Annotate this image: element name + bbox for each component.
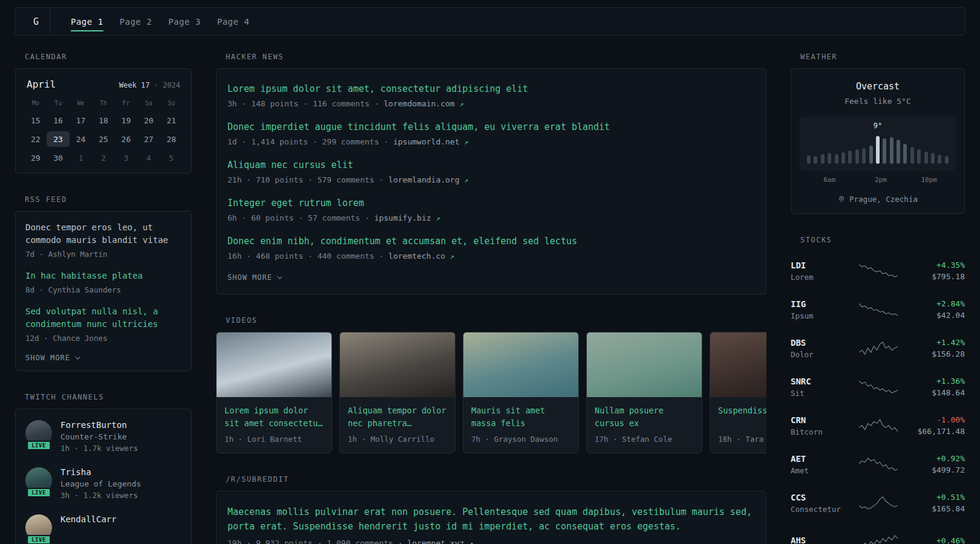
source-domain-link[interactable]: loremnet.xyz (407, 539, 464, 544)
twitch-widget-title: Twitch channels (25, 393, 192, 401)
stock-row[interactable]: CRN Bitcorn -1.00% $66,171.48 (791, 406, 965, 445)
page-tab[interactable]: Page 2 (120, 8, 152, 35)
stock-row[interactable]: SNRC Sit +1.36% $148.64 (791, 368, 965, 406)
video-card[interactable]: Nullam posuere cursus ex 17h · Stefan Co… (586, 332, 702, 453)
calendar-day[interactable]: 5 (160, 150, 183, 166)
calendar-day[interactable]: 17 (70, 112, 92, 128)
video-title-link[interactable]: Suspendisse diam (718, 404, 766, 430)
stock-row[interactable]: CCS Consectetur +0.51% $165.84 (791, 484, 965, 522)
stock-row[interactable]: AET Amet +0.92% $499.72 (791, 445, 965, 484)
channel-info: ForrestBurton Counter-Strike 1h · 1.7k v… (60, 420, 138, 454)
calendar-day[interactable]: 20 (137, 112, 160, 128)
stock-row[interactable]: DBS Dolor +1.42% $156.28 (791, 329, 965, 368)
post-stats: 19h · 9,932 points · 1,090 comments · (227, 539, 407, 544)
twitch-channel[interactable]: LIVE Trisha League of Legends 3h · 1.2k … (25, 467, 181, 501)
source-domain-link[interactable]: loremtech.co (388, 251, 445, 261)
hackernews-item-link[interactable]: Lorem ipsum dolor sit amet, consectetur … (227, 82, 755, 96)
channel-name-link[interactable]: Trisha (60, 467, 91, 477)
calendar-day[interactable]: 26 (115, 131, 137, 147)
twitch-channel[interactable]: LIVE ForrestBurton Counter-Strike 1h · 1… (25, 420, 181, 454)
reddit-post-link[interactable]: Maecenas mollis pulvinar erat non posuer… (227, 505, 755, 534)
source-domain-link[interactable]: loremlandia.org (388, 175, 459, 184)
channel-name-link[interactable]: ForrestBurton (60, 420, 127, 430)
stock-values: +4.35% $795.18 (907, 261, 965, 281)
calendar-day[interactable]: 1 (70, 150, 92, 166)
video-meta: 7h · Grayson Dawson (471, 433, 570, 445)
external-link-icon: ↗ (450, 252, 454, 261)
stock-id: SNRC Sit (791, 377, 850, 398)
calendar-day[interactable]: 28 (160, 131, 183, 147)
stock-sparkline (850, 302, 907, 317)
stock-row[interactable]: IIG Ipsum +2.84% $42.04 (791, 290, 965, 329)
source-domain-link[interactable]: ipsumworld.net (393, 137, 460, 146)
video-title-link[interactable]: Nullam posuere cursus ex (595, 404, 694, 430)
calendar-day[interactable]: 27 (137, 131, 160, 147)
rss-item-link[interactable]: Donec tempor eros leo, ut commodo mauris… (25, 221, 181, 247)
channel-name-link[interactable]: KendallCarr (60, 514, 117, 524)
rss-list: Donec tempor eros leo, ut commodo mauris… (25, 221, 181, 344)
video-card[interactable]: Mauris sit amet massa felis 7h · Grayson… (463, 332, 579, 453)
page-tab[interactable]: Page 1 (71, 8, 103, 35)
stock-row[interactable]: LDI Lorem +4.35% $795.18 (791, 251, 965, 290)
video-card[interactable]: Suspendisse diam 18h · Tara (710, 332, 766, 453)
calendar-day[interactable]: 4 (137, 150, 160, 166)
calendar-day[interactable]: 19 (115, 112, 137, 128)
hackernews-show-more-button[interactable]: Show more (227, 273, 281, 282)
calendar-day[interactable]: 25 (92, 131, 114, 147)
hackernews-item-meta: 21h · 710 points · 579 comments · loreml… (227, 174, 755, 186)
chevron-down-icon (277, 274, 282, 279)
video-title-link[interactable]: Aliquam tempor dolor nec pharetra… (348, 404, 447, 430)
calendar-day[interactable]: 22 (24, 131, 47, 147)
weather-widget: Weather Overcast Feels like 5°C 9° 6am2p… (791, 53, 965, 214)
source-domain-link[interactable]: ipsumify.biz (374, 213, 431, 222)
weather-card: Overcast Feels like 5°C 9° 6am2pm10pm Pr… (791, 68, 965, 214)
video-title-link[interactable]: Lorem ipsum dolor sit amet consectetu… (224, 404, 324, 430)
day-of-week-label: Mo (24, 100, 47, 106)
stock-symbol: CRN (791, 415, 850, 425)
calendar-day[interactable]: 3 (115, 150, 137, 166)
hackernews-item-link[interactable]: Aliquam nec cursus elit (227, 158, 755, 172)
hackernews-item-link[interactable]: Integer eget rutrum lorem (227, 196, 755, 210)
time-label: 6am (823, 176, 835, 184)
stock-id: LDI Lorem (791, 261, 850, 282)
hackernews-item-link[interactable]: Donec enim nibh, condimentum et accumsan… (227, 235, 755, 248)
subreddit-card: Maecenas mollis pulvinar erat non posuer… (216, 491, 766, 544)
stock-row[interactable]: AHS +0.46% (791, 522, 965, 544)
rss-item-link[interactable]: Sed volutpat nulla nisl, a condimentum n… (25, 305, 181, 331)
subreddit-widget-title: /r/subreddit (226, 475, 766, 484)
stock-symbol: CCS (791, 493, 850, 502)
calendar-day[interactable]: 29 (24, 150, 47, 166)
stock-price: $795.18 (907, 272, 965, 281)
video-card[interactable]: Aliquam tempor dolor nec pharetra… 1h · … (339, 332, 456, 453)
app-logo[interactable]: G (22, 8, 50, 35)
calendar-day[interactable]: 21 (160, 112, 183, 128)
calendar-day[interactable]: 30 (47, 150, 69, 166)
video-card[interactable]: Lorem ipsum dolor sit amet consectetu… 1… (216, 332, 332, 453)
video-card-body: Aliquam tempor dolor nec pharetra… 1h · … (340, 397, 455, 453)
page-tab[interactable]: Page 4 (217, 8, 250, 35)
rss-show-more-button[interactable]: Show more (25, 354, 79, 362)
video-meta: 18h · Tara (718, 433, 766, 445)
calendar-day[interactable]: 15 (24, 112, 47, 128)
calendar-day[interactable]: 24 (70, 131, 92, 147)
calendar-month: April (27, 79, 56, 90)
subreddit-widget: /r/subreddit Maecenas mollis pulvinar er… (216, 475, 766, 544)
video-meta: 1h · Lori Barnett (224, 433, 324, 445)
video-title-link[interactable]: Mauris sit amet massa felis (471, 404, 570, 430)
avatar: LIVE (25, 514, 52, 541)
stock-price: $66,171.48 (907, 427, 965, 436)
source-domain-link[interactable]: loremdomain.com (384, 99, 454, 108)
rss-widget-title: RSS Feed (25, 195, 192, 204)
live-badge: LIVE (27, 441, 51, 450)
stock-symbol: AET (791, 454, 850, 464)
calendar-day[interactable]: 16 (47, 112, 69, 128)
twitch-channel[interactable]: LIVE KendallCarr (25, 514, 181, 541)
stock-values: +0.46% (907, 536, 965, 544)
calendar-day[interactable]: 18 (92, 112, 114, 128)
calendar-day[interactable]: 2 (92, 150, 114, 166)
hackernews-item-link[interactable]: Donec imperdiet augue tincidunt felis al… (227, 120, 755, 134)
calendar-day[interactable]: 23 (47, 131, 69, 147)
page-tab[interactable]: Page 3 (168, 8, 201, 35)
middle-column: Hacker News Lorem ipsum dolor sit amet, … (216, 53, 766, 544)
rss-item-link[interactable]: In hac habitasse platea (25, 270, 181, 282)
